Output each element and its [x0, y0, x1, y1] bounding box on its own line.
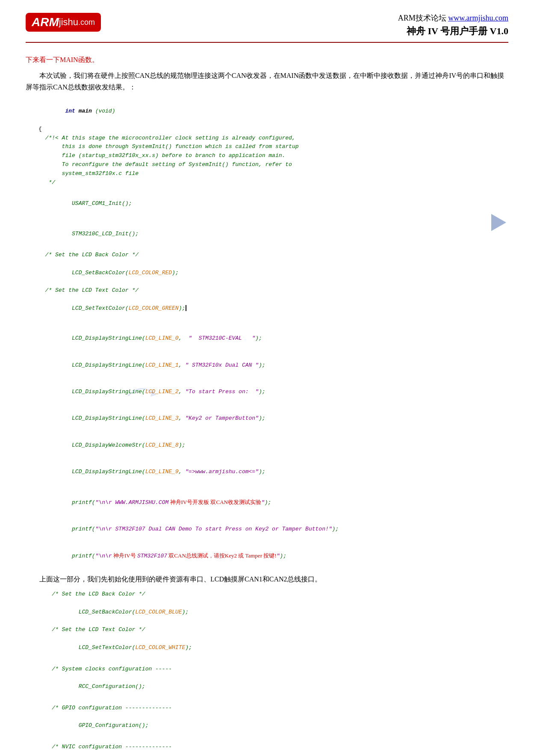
logo-area: ARM jishu .com	[26, 13, 101, 32]
code-rcc-call: RCC_Configuration();	[38, 673, 508, 700]
code-block-display: LCD_DisplayStringLine(LCD_LINE_0, " STM3…	[38, 326, 508, 486]
code-display1-line: LCD_DisplayStringLine(LCD_LINE_1, " STM3…	[38, 352, 508, 379]
code-nvic-comment: /* NVIC configuration --------------	[38, 743, 508, 752]
code-block-stm3210: STM3210C_LCD_Init();	[38, 221, 508, 247]
header-right: ARM技术论坛 www.armjishu.com 神舟 IV 号用户手册 V1.…	[398, 13, 508, 38]
code-printf1-line: printf("\n\r WWW.ARMJISHU.COM 神舟IV号开发板 双…	[38, 489, 508, 516]
code-block-rcc: /* System clocks configuration ----- RCC…	[38, 665, 508, 700]
code-printf3-line: printf("\n\r 神舟IV号 STM32F107 双CAN总线测试，请按…	[38, 543, 508, 570]
logo-jishu-text: jishu	[59, 17, 78, 28]
code-keyword-int: int	[65, 108, 75, 114]
code-display9-line: LCD_DisplayStringLine(LCD_LINE_9, "=>www…	[38, 459, 508, 485]
header-title2: 神舟 IV 号用户手册 V1.0	[398, 25, 508, 38]
logo-com-text: .com	[78, 18, 95, 27]
section-title: 下来看一下MAIN函数。	[26, 56, 508, 65]
logo-box: ARM jishu .com	[26, 13, 101, 32]
code-sys-comment: /* System clocks configuration -----	[38, 665, 508, 674]
code-settext-comment1: /* Set the LCD Text Color */	[38, 286, 508, 295]
code-usart-line: USART_COM1_Init();	[38, 190, 508, 217]
code-int-main: int main (void)	[38, 98, 508, 125]
code-block-nvic: /* NVIC configuration -------------- NVI…	[38, 743, 508, 756]
code-comment4: To reconfigure the default setting of Sy…	[38, 160, 508, 169]
code-comment5: system_stm32f10x.c file	[38, 169, 508, 178]
code-usart-func: USART_COM1_Init();	[65, 200, 132, 207]
code-block-colors2: /* Set the LCD Back Color */ LCD_SetBack…	[38, 590, 508, 661]
code-setback-comment1: /* Set the LCD Back Color */	[38, 251, 508, 260]
logo-arm-text: ARM	[32, 15, 59, 29]
code-comment3: file (startup_stm32f10x_xx.s) before to …	[38, 151, 508, 160]
code-settext-call1: LCD_SetTextColor(LCD_COLOR_GREEN);	[38, 295, 508, 322]
code-stm3210-func: STM3210C_LCD_Init();	[65, 231, 139, 237]
code-comment1: /*!< At this stage the microcontroller c…	[38, 134, 508, 143]
code-block-main: int main (void) { /*!< At this stage the…	[38, 98, 508, 187]
paragraph1: 本次试验，我们将在硬件上按照CAN总线的规范物理连接这两个CAN收发器，在MAI…	[26, 70, 508, 93]
code-comment2: this is done through SystemInit() functi…	[38, 142, 508, 151]
code-stm3210-line: STM3210C_LCD_Init();	[38, 221, 508, 247]
cursor	[186, 305, 186, 311]
code-setback2-call: LCD_SetBackColor(LCD_COLOR_BLUE);	[38, 599, 508, 626]
main-content: 下来看一下MAIN函数。 本次试验，我们将在硬件上按照CAN总线的规范物理连接这…	[26, 47, 508, 756]
code-gpio-comment: /* GPIO configuration --------------	[38, 704, 508, 713]
code-display0-line: LCD_DisplayStringLine(LCD_LINE_0, " STM3…	[38, 326, 508, 352]
code-comment6: */	[38, 178, 508, 187]
code-setback-call1: LCD_SetBackColor(LCD_COLOR_RED);	[38, 260, 508, 286]
code-settext2-comment: /* Set the LCD Text Color */	[38, 626, 508, 634]
arrow-watermark	[491, 214, 506, 231]
code-settext2-call: LCD_SetTextColor(LCD_COLOR_WHITE);	[38, 634, 508, 661]
page-header: ARM jishu .com ARM技术论坛 www.armjishu.com …	[26, 13, 508, 43]
code-block-printf: printf("\n\r WWW.ARMJISHU.COM 神舟IV号开发板 双…	[38, 489, 508, 570]
header-title1: ARM技术论坛 www.armjishu.com	[398, 13, 508, 23]
code-display2-line: LCD_DisplayStringLine(LCD_LINE_2, "To st…	[38, 379, 508, 405]
page-container: ARM jishu .com ARM技术论坛 www.armjishu.com …	[0, 0, 534, 756]
code-nvic-call: NVIC_Configuration();	[38, 752, 508, 756]
code-open-brace: {	[38, 125, 508, 134]
code-display8-line: LCD_DisplayWelcomeStr(LCD_LINE_8);	[38, 432, 508, 459]
code-setback2-comment: /* Set the LCD Back Color */	[38, 590, 508, 599]
paragraph2: 上面这一部分，我们先初始化使用到的硬件资源有串口、LCD触摸屏CAN1和CAN2…	[26, 573, 508, 585]
code-block-colors1: /* Set the LCD Back Color */ LCD_SetBack…	[38, 251, 508, 322]
code-printf2-line: printf("\n\r STM32F107 Dual CAN Demo To …	[38, 516, 508, 543]
code-block-usart: USART_COM1_Init();	[38, 190, 508, 217]
code-gpio-call: GPIO_Configuration();	[38, 713, 508, 739]
code-block-gpio: /* GPIO configuration -------------- GPI…	[38, 704, 508, 739]
code-display3-line: LCD_DisplayStringLine(LCD_LINE_3, "Key2 …	[38, 406, 508, 432]
header-link[interactable]: www.armjishu.com	[448, 14, 508, 22]
